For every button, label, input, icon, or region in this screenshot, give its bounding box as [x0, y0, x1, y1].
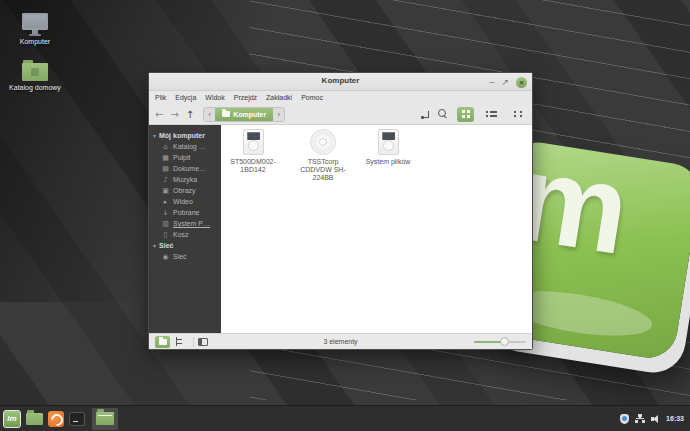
volume-icon[interactable]: [651, 415, 660, 423]
compact-view-button[interactable]: [509, 107, 526, 122]
taskbar: lm 16:33: [0, 405, 690, 431]
grid-icon: [462, 110, 470, 118]
grid-view-button[interactable]: [457, 107, 474, 122]
sidebar-item-pobrane[interactable]: ↓ Pobrane: [149, 207, 221, 218]
folder-icon: [96, 412, 114, 425]
music-icon: ♪: [162, 176, 169, 184]
desktop-icon-label: Katalog domowy: [5, 84, 65, 91]
trash-icon: ▯: [162, 231, 169, 239]
compact-icon: [514, 110, 522, 118]
file-item-st500dm002[interactable]: ST500DM002- 1BD142: [223, 129, 283, 174]
chevron-down-icon: ▾: [153, 132, 156, 139]
video-icon: ▸: [162, 198, 169, 206]
breadcrumb-prev-button[interactable]: ‹: [204, 108, 215, 121]
sidebar-item-label: System P…: [173, 220, 210, 227]
location-entry-icon[interactable]: [422, 111, 429, 118]
sidebar-section-label: Mój komputer: [159, 132, 205, 139]
minimize-button[interactable]: –: [489, 78, 494, 87]
update-manager-shield-icon[interactable]: [620, 414, 629, 424]
breadcrumb-label: Komputer: [233, 111, 266, 118]
maximize-button[interactable]: ↗: [501, 78, 509, 87]
desktop-icon: ▦: [162, 154, 169, 162]
files-launcher-icon[interactable]: [26, 413, 43, 425]
terminal-launcher-icon[interactable]: [69, 412, 85, 426]
sidebar-item-system-plikow[interactable]: ▥ System P…: [149, 218, 221, 229]
forward-button[interactable]: →: [170, 109, 178, 120]
zoom-slider[interactable]: [474, 341, 526, 343]
computer-icon: [22, 13, 48, 30]
sidebar-item-kosz[interactable]: ▯ Kosz: [149, 229, 221, 240]
menu-edycja[interactable]: Edycja: [175, 94, 196, 101]
sidebar-item-label: Kosz: [173, 231, 189, 238]
zoom-slider-handle[interactable]: [500, 337, 509, 346]
harddisk-icon: [378, 129, 399, 155]
menu-przejdz[interactable]: Przejdź: [234, 94, 257, 101]
search-icon[interactable]: [438, 109, 448, 119]
file-item-tsstcorp[interactable]: TSSTcorp CDDVDW SH- 224BB: [293, 129, 353, 182]
file-label: ST500DM002- 1BD142: [223, 158, 283, 174]
desktop-icon-komputer[interactable]: Komputer: [5, 13, 65, 45]
menu-plik[interactable]: Plik: [155, 94, 166, 101]
breadcrumb-next-button[interactable]: ›: [273, 108, 284, 121]
network-icon: ◉: [162, 253, 169, 261]
desktop-icon-label: Komputer: [5, 38, 65, 45]
sidebar-item-label: Pobrane: [173, 209, 199, 216]
statusbar: 3 elementy: [149, 333, 532, 349]
window-body: ▾ Mój komputer ⌂ Katalog … ▦ Pulpit ▤ Do…: [149, 125, 532, 333]
sidebar-section-siec[interactable]: ▾ Sieć: [149, 240, 221, 251]
desktop-icon-katalog-domowy[interactable]: Katalog domowy: [5, 60, 65, 91]
network-tray-icon[interactable]: [635, 414, 645, 423]
menu-pomoc[interactable]: Pomoc: [301, 94, 323, 101]
sidebar-item-label: Obrazy: [173, 187, 196, 194]
list-icon: [486, 110, 497, 118]
sidebar-item-label: Sieć: [173, 253, 187, 260]
sidebar-item-wideo[interactable]: ▸ Wideo: [149, 196, 221, 207]
sidebar-section-moj-komputer[interactable]: ▾ Mój komputer: [149, 130, 221, 141]
chevron-down-icon: ▾: [153, 242, 156, 249]
menu-zakladki[interactable]: Zakładki: [266, 94, 292, 101]
file-label: TSSTcorp CDDVDW SH- 224BB: [293, 158, 353, 182]
clock[interactable]: 16:33: [666, 415, 684, 422]
system-tray: 16:33: [620, 414, 690, 424]
sidebar: ▾ Mój komputer ⌂ Katalog … ▦ Pulpit ▤ Do…: [149, 125, 221, 333]
back-button[interactable]: ←: [155, 109, 163, 120]
list-view-button[interactable]: [483, 107, 500, 122]
sidebar-item-label: Katalog …: [173, 143, 206, 150]
downloads-icon: ↓: [162, 209, 169, 217]
breadcrumb: ‹ Komputer ›: [203, 107, 285, 122]
optical-disc-icon: [310, 129, 336, 155]
folder-icon: [222, 111, 230, 117]
sidebar-item-label: Pulpit: [173, 154, 191, 161]
sidebar-item-siec[interactable]: ◉ Sieć: [149, 251, 221, 262]
sidebar-item-muzyka[interactable]: ♪ Muzyka: [149, 174, 221, 185]
file-manager-window: Komputer – ↗ × Plik Edycja Widok Przejdź…: [148, 72, 533, 350]
file-view[interactable]: ST500DM002- 1BD142 TSSTcorp CDDVDW SH- 2…: [221, 125, 532, 333]
filesystem-icon: ▥: [162, 220, 169, 228]
mint-menu-button[interactable]: lm: [3, 410, 21, 428]
harddisk-icon: [243, 129, 264, 155]
toolbar: ← → ↑ ‹ Komputer ›: [149, 104, 532, 125]
close-button[interactable]: ×: [516, 77, 527, 88]
sidebar-item-dokumenty[interactable]: ▤ Dokume…: [149, 163, 221, 174]
zoom-slider-track[interactable]: [474, 341, 526, 343]
sidebar-item-label: Wideo: [173, 198, 193, 205]
breadcrumb-item-komputer[interactable]: Komputer: [215, 108, 273, 121]
menu-widok[interactable]: Widok: [205, 94, 224, 101]
taskbar-window-button-komputer[interactable]: [92, 408, 118, 430]
sidebar-item-obrazy[interactable]: ▣ Obrazy: [149, 185, 221, 196]
home-folder-icon: [22, 63, 48, 81]
titlebar[interactable]: Komputer – ↗ ×: [149, 73, 532, 91]
home-icon: ⌂: [162, 143, 169, 151]
taskbar-launchers: lm: [0, 408, 118, 430]
documents-icon: ▤: [162, 165, 169, 173]
folder-icon: [159, 339, 167, 345]
up-button[interactable]: ↑: [186, 109, 194, 120]
menubar: Plik Edycja Widok Przejdź Zakładki Pomoc: [149, 91, 532, 104]
file-item-system-plikow[interactable]: System plików: [358, 129, 418, 166]
window-controls: – ↗ ×: [489, 73, 527, 91]
sidebar-item-pulpit[interactable]: ▦ Pulpit: [149, 152, 221, 163]
firefox-launcher-icon[interactable]: [48, 411, 64, 427]
pictures-icon: ▣: [162, 187, 169, 195]
sidebar-item-label: Muzyka: [173, 176, 197, 183]
sidebar-item-katalog[interactable]: ⌂ Katalog …: [149, 141, 221, 152]
